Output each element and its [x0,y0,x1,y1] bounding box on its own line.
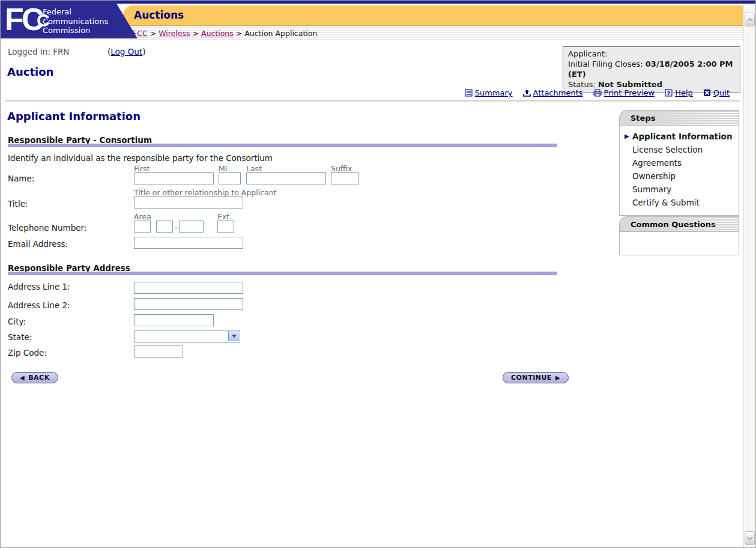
fcc-logo: F C C Federal Communications Commission [1,1,145,38]
step-summary: Summary [620,183,739,196]
toolbar-help[interactable]: ? Help [665,88,693,97]
ext-hint: Ext. [217,212,232,221]
app-title-bar: Auctions [123,5,743,26]
email-field[interactable] [134,237,243,249]
fcc-org-name: Federal Communications Commission [43,7,108,35]
toolbar-summary[interactable]: Summary [465,88,513,97]
app-title: Auctions [123,5,743,25]
print-preview-icon [593,89,602,97]
breadcrumb-separator: > [190,29,201,38]
step-label: Summary [632,184,671,194]
back-button[interactable]: ◀ BACK [11,372,58,383]
chevron-up-icon [747,18,753,22]
phone-prefix-field[interactable] [156,221,173,233]
last-name-hint: Last [246,164,262,173]
address1-field[interactable] [134,282,243,294]
zip-field[interactable] [134,346,183,358]
continue-arrow-icon: ▶ [555,374,560,381]
breadcrumb-link-wireless[interactable]: Wireless [159,29,190,38]
quit-icon [703,89,711,97]
scroll-up-button[interactable] [745,13,755,26]
step-label: Applicant Information [632,132,733,141]
zip-label: Zip Code: [8,348,47,358]
section-bar [8,272,557,275]
suffix-hint: Suffix [331,164,352,173]
back-arrow-icon: ◀ [20,374,25,381]
step-label: License Selection [632,145,703,154]
step-agreements: Agreements [620,156,739,169]
step-license-selection: License Selection [620,143,739,156]
page-title: Auction [7,65,53,78]
logged-in-label: Logged In: FRN [8,47,69,56]
common-questions-panel: Common Questions [619,216,739,255]
step-certify-submit: Certify & Submit [620,196,739,209]
mi-field[interactable] [219,172,241,184]
logout: (Log Out) [107,47,145,56]
telephone-label: Telephone Number: [8,223,86,233]
applicant-status-box: Applicant: Initial Filing Closes: 03/18/… [563,46,740,93]
filing-closes-line: Initial Filing Closes: 03/18/2005 2:00 P… [568,59,735,79]
breadcrumb-link-auctions[interactable]: Auctions [201,29,234,38]
state-select[interactable] [134,330,240,342]
ext-field[interactable] [217,221,234,233]
continue-button-label: CONTINUE [511,374,552,382]
fcc-org-line3: Commission [43,26,108,35]
step-label: Certify & Submit [632,198,700,207]
vertical-scrollbar[interactable] [743,4,755,547]
breadcrumb-strip: FCC>Wireless>Auctions>Auction Applicatio… [129,26,743,41]
quit-link[interactable]: Quit [713,88,730,97]
breadcrumb: FCC>Wireless>Auctions>Auction Applicatio… [129,26,743,41]
name-label: Name: [8,174,34,183]
fcc-org-line1: Federal [43,7,108,17]
dropdown-arrow-icon[interactable] [228,331,239,341]
fcc-org-line2: Communications [43,17,108,26]
main-heading: Applicant Information [7,110,141,123]
svg-text:?: ? [667,90,671,96]
fcc-logo-letter-f: F [5,2,24,37]
phone-separator: - [175,223,178,233]
common-questions-title: Common Questions [619,216,739,231]
title-field[interactable] [134,196,243,209]
area-code-field[interactable] [134,221,151,233]
help-icon: ? [665,89,673,97]
header-divider [5,100,739,102]
help-link[interactable]: Help [675,88,693,97]
breadcrumb-separator: > [148,29,159,38]
step-applicant-information: ▶ Applicant Information [620,130,739,143]
address1-label: Address Line 1: [8,282,70,291]
summary-icon [465,89,473,97]
logout-link[interactable]: Log Out [110,47,142,56]
steps-panel-title: Steps [619,110,739,125]
back-button-label: BACK [28,374,50,382]
city-label: City: [8,317,26,326]
summary-link[interactable]: Summary [475,88,513,97]
print-preview-link[interactable]: Print Preview [604,88,655,97]
common-questions-body [619,231,739,255]
active-step-marker-icon: ▶ [624,130,629,143]
status-label: Status: [568,80,596,89]
suffix-field[interactable] [331,172,359,184]
title-label: Title: [8,199,28,209]
city-field[interactable] [134,314,214,326]
scroll-down-button[interactable] [745,531,755,545]
step-ownership: Ownership [620,169,739,183]
page: Auctions FCC>Wireless>Auctions>Auction A… [0,0,756,548]
toolbar-attachments[interactable]: Attachments [523,88,583,97]
toolbar: Summary Attachments Print Preview ? Help… [465,88,730,97]
last-name-field[interactable] [246,172,326,184]
phone-line-field[interactable] [179,221,204,233]
area-code-hint: Area [134,212,151,221]
section-intro: Identify an individual as the responsibl… [8,153,273,163]
logout-paren-close: ) [142,47,145,56]
attachments-link[interactable]: Attachments [533,88,583,97]
applicant-line: Applicant: [568,49,735,59]
continue-button[interactable]: CONTINUE ▶ [503,372,569,383]
toolbar-print-preview[interactable]: Print Preview [593,88,655,97]
first-name-field[interactable] [134,172,214,184]
address2-field[interactable] [134,298,243,310]
step-label: Agreements [632,158,682,168]
title-hint: Title or other relationship to Applicant [134,188,277,197]
address2-label: Address Line 2: [8,300,70,310]
breadcrumb-separator: > [234,29,244,38]
toolbar-quit[interactable]: Quit [703,88,730,97]
